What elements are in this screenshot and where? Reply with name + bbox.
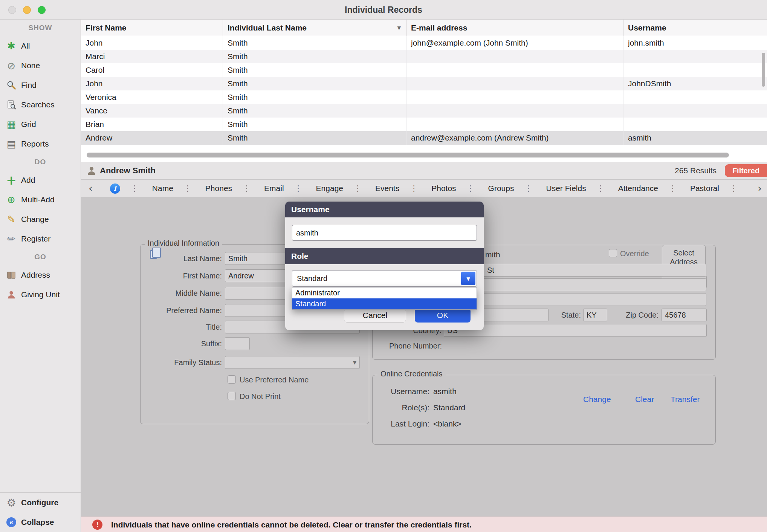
table-row[interactable]: Marci Smith: [81, 50, 767, 63]
column-header-last-name[interactable]: Individual Last Name ▾: [223, 20, 406, 36]
sidebar-item-none[interactable]: ⊘ None: [0, 56, 81, 75]
sidebar-item-label: Grid: [21, 120, 36, 129]
tab-menu-icon[interactable]: ⋮: [295, 184, 303, 193]
filtered-badge[interactable]: Filtered: [725, 164, 767, 177]
individual-information-legend: Individual Information: [145, 239, 222, 248]
tab-menu-icon[interactable]: ⋮: [597, 184, 605, 193]
table-row[interactable]: Brian Smith: [81, 118, 767, 131]
sidebar-item-label: Address: [21, 271, 50, 280]
table-row[interactable]: John Smith JohnDSmith: [81, 77, 767, 90]
tab-events[interactable]: Events⋮: [375, 184, 418, 193]
do-not-print-checkbox[interactable]: [228, 392, 236, 400]
gear-icon: ⚙: [5, 497, 18, 509]
sidebar-item-label: Giving Unit: [21, 290, 60, 299]
sidebar-item-label: None: [21, 61, 40, 70]
circle-slash-icon: ⊘: [5, 60, 18, 72]
tab-menu-icon[interactable]: ⋮: [131, 184, 139, 193]
role-option-standard[interactable]: Standard: [292, 298, 477, 309]
tab-engage[interactable]: Engage⋮: [316, 184, 362, 193]
tab-menu-icon[interactable]: ⋮: [730, 184, 738, 193]
sidebar-item-giving-unit[interactable]: Giving Unit: [0, 285, 81, 304]
sidebar-item-all[interactable]: ✱ All: [0, 36, 81, 56]
tab-menu-icon[interactable]: ⋮: [524, 184, 532, 193]
search-icon: [5, 79, 18, 91]
close-button[interactable]: [8, 6, 16, 14]
cell-username: [623, 50, 767, 63]
cell-last-name: Smith: [223, 36, 406, 50]
sidebar-item-multi-add[interactable]: ⊕ Multi-Add: [0, 190, 81, 209]
chevron-right-icon[interactable]: ›: [755, 180, 764, 197]
tab-photos[interactable]: Photos⋮: [431, 184, 474, 193]
tab-attendance[interactable]: Attendance⋮: [618, 184, 677, 193]
clear-credentials-link[interactable]: Clear: [635, 394, 654, 405]
sidebar-item-change[interactable]: ✎ Change: [0, 209, 81, 229]
minimize-button[interactable]: [23, 6, 31, 14]
role-select-button[interactable]: ▾: [461, 272, 475, 285]
tab-menu-icon[interactable]: ⋮: [410, 184, 418, 193]
sidebar-item-reports[interactable]: ▤ Reports: [0, 134, 81, 154]
table-row[interactable]: Veronica Smith: [81, 90, 767, 104]
collapse-button[interactable]: « Collapse: [0, 512, 81, 532]
sidebar-item-grid[interactable]: ▦ Grid: [0, 115, 81, 134]
horizontal-scrollbar[interactable]: [87, 153, 729, 157]
chevron-left-icon[interactable]: ‹: [86, 180, 95, 197]
cell-username: asmith: [623, 131, 767, 145]
suffix-input[interactable]: [225, 337, 250, 350]
table-header-row: First Name Individual Last Name ▾ E-mail…: [81, 20, 767, 36]
tab-name[interactable]: Name⋮: [152, 184, 192, 193]
tab-pastoral[interactable]: Pastoral⋮: [690, 184, 738, 193]
tab-phones[interactable]: Phones⋮: [205, 184, 251, 193]
title-label: Title:: [141, 321, 222, 333]
role-select[interactable]: Standard ▾: [292, 270, 477, 287]
table-row-selected[interactable]: Andrew Smith andrew@example.com (Andrew …: [81, 131, 767, 145]
username-input[interactable]: [292, 225, 477, 241]
table-row[interactable]: Carol Smith: [81, 63, 767, 77]
table-row[interactable]: Vance Smith: [81, 104, 767, 118]
sidebar-item-label: Searches: [21, 100, 55, 109]
credentials-roles-value: Standard: [433, 402, 465, 413]
table-row[interactable]: John Smith john@example.com (John Smith)…: [81, 36, 767, 50]
state-input[interactable]: KY: [583, 309, 607, 321]
tab-menu-icon[interactable]: ⋮: [354, 184, 362, 193]
configure-button[interactable]: ⚙ Configure: [0, 493, 81, 512]
tab-menu-icon[interactable]: ⋮: [467, 184, 475, 193]
sidebar-item-searches[interactable]: Searches: [0, 95, 81, 115]
role-option-administrator[interactable]: Administrator: [292, 287, 477, 298]
family-status-select[interactable]: ▾: [225, 356, 360, 369]
cell-last-name: Smith: [223, 118, 406, 131]
sidebar-footer: ⚙ Configure « Collapse: [0, 492, 81, 532]
cell-username: [623, 90, 767, 104]
cancel-button[interactable]: Cancel: [344, 308, 406, 323]
sidebar-item-register[interactable]: ✏ Register: [0, 229, 81, 249]
tab-label: Photos: [431, 184, 456, 193]
sidebar-item-add[interactable]: + Add: [0, 170, 81, 190]
asterisk-icon: ✱: [5, 40, 18, 52]
change-credentials-link[interactable]: Change: [583, 394, 611, 405]
ok-button[interactable]: OK: [415, 308, 471, 323]
column-header-email[interactable]: E-mail address: [406, 20, 623, 36]
sidebar-item-address[interactable]: Address: [0, 265, 81, 285]
state-label: State:: [552, 309, 581, 321]
warning-bar: ! Individuals that have online credentia…: [81, 517, 767, 532]
tab-user-fields[interactable]: User Fields⋮: [546, 184, 604, 193]
tab-email[interactable]: Email⋮: [264, 184, 303, 193]
use-preferred-name-checkbox[interactable]: [228, 375, 236, 384]
tab-menu-icon[interactable]: ⋮: [243, 184, 251, 193]
column-header-first-name[interactable]: First Name: [81, 20, 223, 36]
tab-groups[interactable]: Groups⋮: [488, 184, 533, 193]
override-checkbox[interactable]: [609, 249, 617, 257]
tab-menu-icon[interactable]: ⋮: [184, 184, 192, 193]
info-icon[interactable]: i: [110, 183, 120, 194]
tab-menu-icon[interactable]: ⋮: [669, 184, 677, 193]
zip-code-input[interactable]: 45678: [662, 309, 707, 321]
sidebar-section-go: GO: [0, 249, 81, 265]
vertical-scrollbar[interactable]: [762, 53, 765, 87]
zoom-button[interactable]: [38, 6, 46, 14]
sidebar-item-find[interactable]: Find: [0, 75, 81, 95]
tab-label: Engage: [316, 184, 343, 193]
credentials-username-value: asmith: [433, 386, 457, 397]
column-header-username[interactable]: Username: [623, 20, 767, 36]
transfer-credentials-link[interactable]: Transfer: [671, 394, 700, 405]
cell-last-name: Smith: [223, 90, 406, 104]
chevron-down-icon[interactable]: ▾: [397, 20, 401, 36]
